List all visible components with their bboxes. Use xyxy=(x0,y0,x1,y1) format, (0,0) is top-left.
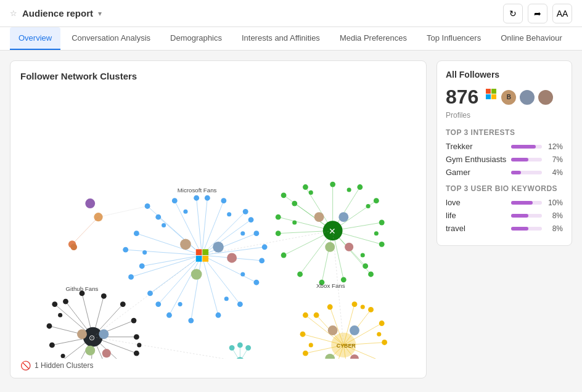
svg-point-95 xyxy=(309,190,313,195)
svg-point-106 xyxy=(345,243,353,251)
svg-text:Xbox Fans: Xbox Fans xyxy=(316,282,345,289)
svg-point-130 xyxy=(134,351,139,356)
share-button[interactable]: ➦ xyxy=(528,4,547,23)
svg-line-18 xyxy=(158,255,202,304)
interest-bar-gamer xyxy=(511,171,521,174)
svg-point-99 xyxy=(361,253,365,258)
chevron-down-icon[interactable]: ▾ xyxy=(98,9,102,18)
refresh-button[interactable]: ↻ xyxy=(503,4,523,23)
tab-overview[interactable]: Overview xyxy=(10,27,60,50)
bio-bar-wrap-love xyxy=(511,201,542,205)
svg-point-137 xyxy=(58,313,62,317)
main-content: Follower Network Clusters xyxy=(0,51,582,388)
bio-keywords-list: love 10% life 8% travel xyxy=(446,198,563,233)
svg-point-134 xyxy=(101,293,107,299)
interest-row-gamer: Gamer 4% xyxy=(446,168,563,177)
bio-row-life: life 8% xyxy=(446,211,563,220)
svg-point-32 xyxy=(253,231,259,236)
tab-online-behaviour[interactable]: Online Behaviour xyxy=(492,27,571,50)
svg-point-197 xyxy=(237,342,243,348)
svg-point-138 xyxy=(61,354,65,358)
bio-pct-love: 10% xyxy=(546,198,563,207)
svg-point-202 xyxy=(236,357,244,359)
svg-point-211 xyxy=(85,198,95,208)
svg-line-7 xyxy=(202,255,240,304)
svg-point-39 xyxy=(128,274,134,280)
svg-point-44 xyxy=(162,223,166,227)
svg-line-10 xyxy=(202,234,256,255)
svg-point-132 xyxy=(131,318,137,324)
bio-label-life: life xyxy=(446,211,507,220)
avatar-3 xyxy=(537,89,554,106)
bio-bar-love xyxy=(511,201,533,205)
hidden-clusters-text: 1 Hidden Clusters xyxy=(35,361,93,370)
svg-point-105 xyxy=(325,242,335,252)
svg-point-96 xyxy=(347,187,351,192)
tab-interests-affinities[interactable]: Interests and Affinities xyxy=(233,27,329,50)
svg-point-87 xyxy=(379,220,385,226)
svg-point-58 xyxy=(180,239,191,250)
svg-point-51 xyxy=(142,250,147,255)
tab-demographics[interactable]: Demographics xyxy=(162,27,231,50)
svg-point-29 xyxy=(237,301,243,307)
tab-media-preferences[interactable]: Media Preferences xyxy=(331,27,416,50)
svg-point-37 xyxy=(155,214,161,220)
svg-point-30 xyxy=(253,280,259,285)
svg-point-141 xyxy=(137,343,141,347)
interest-bar-wrap-trekker xyxy=(511,145,542,149)
svg-point-43 xyxy=(262,244,268,250)
interest-row-trekker: Trekker 12% xyxy=(446,142,563,151)
svg-rect-53 xyxy=(196,249,202,255)
svg-point-61 xyxy=(227,253,237,263)
svg-point-145 xyxy=(77,329,87,339)
interest-pct-trekker: 12% xyxy=(546,142,563,151)
hidden-eye-icon: 🚫 xyxy=(20,361,31,370)
interest-bar-wrap-gamer xyxy=(511,171,542,174)
svg-point-80 xyxy=(276,231,281,236)
top3-interests-title: Top 3 Interests xyxy=(446,128,563,137)
svg-point-148 xyxy=(102,349,111,357)
svg-point-23 xyxy=(134,231,139,236)
all-followers-title: All Followers xyxy=(446,70,563,80)
interest-label-gamer: Gamer xyxy=(446,168,507,177)
svg-point-186 xyxy=(328,325,338,335)
svg-text:CYBER: CYBER xyxy=(337,343,356,349)
svg-point-124 xyxy=(49,342,55,348)
interest-bar-wrap-gym xyxy=(511,158,542,161)
sidebar: All Followers 876 B xyxy=(436,60,572,378)
tab-top-influencers[interactable]: Top Influencers xyxy=(418,27,490,50)
svg-point-48 xyxy=(240,272,245,276)
interest-row-gym: Gym Enthusiasts 7% xyxy=(446,155,563,164)
all-followers-card: All Followers 876 B xyxy=(436,60,572,246)
header-actions: ↻ ➦ AA xyxy=(503,4,572,23)
svg-point-103 xyxy=(314,212,324,222)
bio-bar-travel xyxy=(511,227,528,231)
bio-label-love: love xyxy=(446,198,507,207)
cyberx-cluster: CYBER CyberX Fans xyxy=(300,301,387,359)
svg-point-182 xyxy=(361,304,365,309)
svg-point-86 xyxy=(379,242,385,247)
svg-point-22 xyxy=(145,203,150,209)
svg-point-59 xyxy=(213,242,224,253)
page-title: Audience report xyxy=(22,8,93,18)
header: ☆ Audience report ▾ ↻ ➦ AA xyxy=(0,0,582,27)
svg-point-123 xyxy=(47,324,52,329)
aa-button[interactable]: AA xyxy=(552,4,572,23)
svg-point-42 xyxy=(248,217,254,223)
network-title: Follower Network Clusters xyxy=(20,71,416,81)
svg-point-88 xyxy=(374,198,379,203)
svg-point-35 xyxy=(194,195,199,201)
svg-point-79 xyxy=(276,214,281,220)
svg-point-45 xyxy=(183,210,187,214)
svg-point-104 xyxy=(338,212,348,222)
star-icon[interactable]: ☆ xyxy=(10,9,17,18)
svg-point-187 xyxy=(350,325,359,335)
svg-text:⊙: ⊙ xyxy=(89,333,95,342)
microsoft-cluster: Microsoft Fans xyxy=(123,187,267,323)
svg-line-13 xyxy=(197,198,202,255)
tab-conversation-analysis[interactable]: Conversation Analysis xyxy=(63,27,159,50)
interest-label-gym: Gym Enthusiasts xyxy=(446,155,507,164)
svg-text:Microsoft Fans: Microsoft Fans xyxy=(178,187,217,194)
svg-line-16 xyxy=(126,250,202,255)
followers-count: 876 xyxy=(446,86,478,108)
